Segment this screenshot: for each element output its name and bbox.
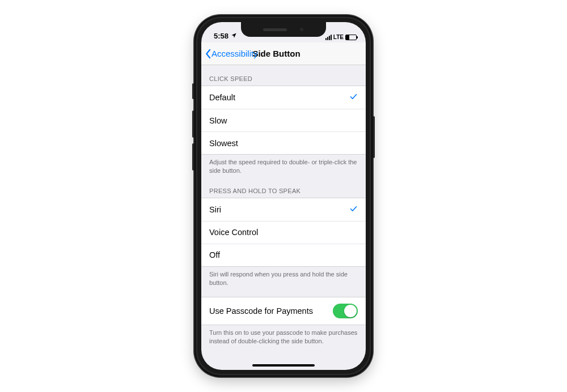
section-header-press-hold: PRESS AND HOLD TO SPEAK [201, 177, 366, 198]
switch-knob [344, 305, 357, 317]
option-label: Slowest [209, 139, 238, 148]
press-hold-option-voice-control[interactable]: Voice Control [201, 221, 366, 244]
section-footer-click-speed: Adjust the speed required to double- or … [201, 155, 366, 177]
option-label: Siri [209, 205, 221, 214]
battery-icon [345, 35, 357, 40]
location-icon [231, 32, 237, 40]
row-label: Use Passcode for Payments [209, 306, 313, 316]
iphone-device-frame: 5:58 LTE Accessibility [194, 15, 373, 377]
press-hold-option-siri[interactable]: Siri [201, 198, 366, 221]
home-indicator[interactable] [252, 364, 315, 367]
section-header-click-speed: CLICK SPEED [201, 65, 366, 86]
screen: 5:58 LTE Accessibility [201, 22, 366, 370]
back-label: Accessibility [211, 49, 258, 58]
section-press-hold: Siri Voice Control Off [201, 198, 366, 267]
option-label: Voice Control [209, 228, 258, 237]
option-label: Default [209, 93, 235, 102]
volume-down-button [192, 143, 194, 171]
section-click-speed: Default Slow Slowest [201, 86, 366, 155]
click-speed-option-slowest[interactable]: Slowest [201, 132, 366, 155]
back-button[interactable]: Accessibility [205, 42, 258, 65]
network-label: LTE [333, 34, 344, 40]
click-speed-option-default[interactable]: Default [201, 86, 366, 109]
section-passcode: Use Passcode for Payments [201, 297, 366, 325]
cellular-signal-icon [325, 35, 332, 40]
status-time: 5:58 [214, 32, 229, 40]
mute-switch [192, 83, 194, 99]
earpiece [263, 28, 287, 31]
press-hold-option-off[interactable]: Off [201, 244, 366, 267]
side-button-hardware [373, 116, 375, 158]
navigation-bar: Accessibility Side Button [201, 42, 366, 65]
option-label: Off [209, 250, 220, 259]
volume-up-button [192, 110, 194, 138]
checkmark-icon [349, 204, 358, 215]
notch [241, 22, 326, 37]
option-label: Slow [209, 116, 227, 125]
settings-content: CLICK SPEED Default Slow Slowest [201, 65, 366, 370]
use-passcode-row[interactable]: Use Passcode for Payments [201, 297, 366, 325]
section-footer-press-hold: Siri will respond when you press and hol… [201, 267, 366, 289]
front-camera [299, 27, 304, 32]
use-passcode-switch[interactable] [333, 304, 358, 318]
click-speed-option-slow[interactable]: Slow [201, 109, 366, 132]
checkmark-icon [349, 92, 358, 103]
section-footer-passcode: Turn this on to use your passcode to mak… [201, 325, 366, 348]
chevron-left-icon [205, 49, 211, 59]
